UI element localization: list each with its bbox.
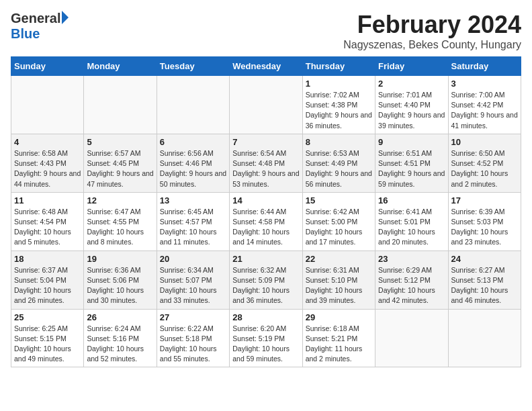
calendar-day-header: Friday: [375, 57, 448, 76]
calendar-day-header: Saturday: [448, 57, 521, 76]
day-number: 7: [232, 137, 299, 147]
calendar-cell: 5Sunrise: 6:57 AM Sunset: 4:45 PM Daylig…: [84, 134, 157, 192]
day-number: 22: [306, 254, 372, 264]
logo-arrow-icon: [62, 11, 69, 24]
day-number: 16: [378, 195, 445, 205]
day-number: 11: [14, 195, 81, 205]
day-number: 9: [378, 137, 445, 147]
day-info: Sunrise: 6:47 AM Sunset: 4:55 PM Dayligh…: [87, 207, 153, 248]
day-number: 19: [87, 254, 153, 264]
day-info: Sunrise: 7:00 AM Sunset: 4:42 PM Dayligh…: [451, 90, 518, 131]
day-number: 20: [160, 254, 226, 264]
calendar-week-row: 18Sunrise: 6:37 AM Sunset: 5:04 PM Dayli…: [11, 250, 521, 309]
day-info: Sunrise: 6:22 AM Sunset: 5:18 PM Dayligh…: [160, 324, 226, 365]
day-info: Sunrise: 6:54 AM Sunset: 4:48 PM Dayligh…: [232, 148, 299, 189]
calendar-week-row: 1Sunrise: 7:02 AM Sunset: 4:38 PM Daylig…: [11, 76, 521, 134]
calendar-cell: 23Sunrise: 6:29 AM Sunset: 5:12 PM Dayli…: [375, 250, 448, 309]
title-block: February 2024 Nagyszenas, Bekes County, …: [343, 11, 521, 51]
day-info: Sunrise: 6:24 AM Sunset: 5:16 PM Dayligh…: [87, 324, 153, 365]
day-info: Sunrise: 6:41 AM Sunset: 5:01 PM Dayligh…: [378, 207, 445, 248]
day-info: Sunrise: 6:25 AM Sunset: 5:15 PM Dayligh…: [14, 324, 81, 365]
page-header: General Blue February 2024 Nagyszenas, B…: [11, 11, 521, 51]
day-number: 3: [451, 79, 518, 89]
day-info: Sunrise: 6:58 AM Sunset: 4:43 PM Dayligh…: [14, 148, 81, 189]
calendar-cell: 16Sunrise: 6:41 AM Sunset: 5:01 PM Dayli…: [375, 192, 448, 250]
calendar-cell: 19Sunrise: 6:36 AM Sunset: 5:06 PM Dayli…: [84, 250, 157, 309]
calendar-cell: 17Sunrise: 6:39 AM Sunset: 5:03 PM Dayli…: [448, 192, 521, 250]
calendar-cell: 6Sunrise: 6:56 AM Sunset: 4:46 PM Daylig…: [157, 134, 229, 192]
day-number: 29: [306, 312, 372, 322]
calendar-cell: [230, 76, 302, 134]
logo: General Blue: [11, 11, 69, 42]
main-title: February 2024: [343, 11, 521, 39]
logo-blue-text: Blue: [11, 26, 40, 42]
day-info: Sunrise: 6:18 AM Sunset: 5:21 PM Dayligh…: [306, 324, 372, 365]
calendar-cell: 24Sunrise: 6:27 AM Sunset: 5:13 PM Dayli…: [448, 250, 521, 309]
calendar-cell: 2Sunrise: 7:01 AM Sunset: 4:40 PM Daylig…: [375, 76, 448, 134]
day-info: Sunrise: 6:45 AM Sunset: 4:57 PM Dayligh…: [160, 207, 226, 248]
day-info: Sunrise: 6:57 AM Sunset: 4:45 PM Dayligh…: [87, 148, 153, 189]
calendar-day-header: Wednesday: [230, 57, 302, 76]
day-number: 25: [14, 312, 81, 322]
day-info: Sunrise: 6:36 AM Sunset: 5:06 PM Dayligh…: [87, 265, 153, 306]
day-number: 1: [306, 79, 372, 89]
day-info: Sunrise: 7:02 AM Sunset: 4:38 PM Dayligh…: [306, 90, 372, 131]
calendar-day-header: Tuesday: [157, 57, 229, 76]
day-info: Sunrise: 6:48 AM Sunset: 4:54 PM Dayligh…: [14, 207, 81, 248]
calendar-cell: 27Sunrise: 6:22 AM Sunset: 5:18 PM Dayli…: [157, 309, 229, 367]
day-info: Sunrise: 6:39 AM Sunset: 5:03 PM Dayligh…: [451, 207, 518, 248]
calendar-cell: [448, 309, 521, 367]
calendar-cell: 8Sunrise: 6:53 AM Sunset: 4:49 PM Daylig…: [302, 134, 375, 192]
day-info: Sunrise: 6:31 AM Sunset: 5:10 PM Dayligh…: [306, 265, 372, 306]
day-info: Sunrise: 6:29 AM Sunset: 5:12 PM Dayligh…: [378, 265, 445, 306]
calendar-cell: 22Sunrise: 6:31 AM Sunset: 5:10 PM Dayli…: [302, 250, 375, 309]
day-info: Sunrise: 6:34 AM Sunset: 5:07 PM Dayligh…: [160, 265, 226, 306]
day-number: 27: [160, 312, 226, 322]
day-number: 21: [232, 254, 299, 264]
calendar-table: SundayMondayTuesdayWednesdayThursdayFrid…: [11, 56, 521, 367]
calendar-cell: 3Sunrise: 7:00 AM Sunset: 4:42 PM Daylig…: [448, 76, 521, 134]
day-number: 8: [306, 137, 372, 147]
day-info: Sunrise: 6:37 AM Sunset: 5:04 PM Dayligh…: [14, 265, 81, 306]
day-number: 24: [451, 254, 518, 264]
calendar-cell: 4Sunrise: 6:58 AM Sunset: 4:43 PM Daylig…: [11, 134, 84, 192]
day-number: 10: [451, 137, 518, 147]
calendar-cell: 1Sunrise: 7:02 AM Sunset: 4:38 PM Daylig…: [302, 76, 375, 134]
day-info: Sunrise: 6:27 AM Sunset: 5:13 PM Dayligh…: [451, 265, 518, 306]
day-number: 6: [160, 137, 226, 147]
day-number: 12: [87, 195, 153, 205]
day-info: Sunrise: 6:44 AM Sunset: 4:58 PM Dayligh…: [232, 207, 299, 248]
day-number: 4: [14, 137, 81, 147]
logo-general-text: General: [11, 11, 60, 26]
day-number: 18: [14, 254, 81, 264]
calendar-cell: 29Sunrise: 6:18 AM Sunset: 5:21 PM Dayli…: [302, 309, 375, 367]
calendar-cell: 13Sunrise: 6:45 AM Sunset: 4:57 PM Dayli…: [157, 192, 229, 250]
calendar-cell: 20Sunrise: 6:34 AM Sunset: 5:07 PM Dayli…: [157, 250, 229, 309]
day-info: Sunrise: 6:20 AM Sunset: 5:19 PM Dayligh…: [232, 324, 299, 365]
calendar-cell: 21Sunrise: 6:32 AM Sunset: 5:09 PM Dayli…: [230, 250, 302, 309]
calendar-week-row: 11Sunrise: 6:48 AM Sunset: 4:54 PM Dayli…: [11, 192, 521, 250]
calendar-week-row: 25Sunrise: 6:25 AM Sunset: 5:15 PM Dayli…: [11, 309, 521, 367]
calendar-cell: 11Sunrise: 6:48 AM Sunset: 4:54 PM Dayli…: [11, 192, 84, 250]
day-number: 15: [306, 195, 372, 205]
calendar-cell: 25Sunrise: 6:25 AM Sunset: 5:15 PM Dayli…: [11, 309, 84, 367]
day-info: Sunrise: 6:53 AM Sunset: 4:49 PM Dayligh…: [306, 148, 372, 189]
calendar-day-header: Monday: [84, 57, 157, 76]
calendar-cell: 10Sunrise: 6:50 AM Sunset: 4:52 PM Dayli…: [448, 134, 521, 192]
calendar-cell: 26Sunrise: 6:24 AM Sunset: 5:16 PM Dayli…: [84, 309, 157, 367]
day-number: 2: [378, 79, 445, 89]
day-info: Sunrise: 6:32 AM Sunset: 5:09 PM Dayligh…: [232, 265, 299, 306]
day-number: 23: [378, 254, 445, 264]
calendar-cell: 14Sunrise: 6:44 AM Sunset: 4:58 PM Dayli…: [230, 192, 302, 250]
calendar-cell: 12Sunrise: 6:47 AM Sunset: 4:55 PM Dayli…: [84, 192, 157, 250]
calendar-week-row: 4Sunrise: 6:58 AM Sunset: 4:43 PM Daylig…: [11, 134, 521, 192]
day-info: Sunrise: 7:01 AM Sunset: 4:40 PM Dayligh…: [378, 90, 445, 131]
calendar-cell: 15Sunrise: 6:42 AM Sunset: 5:00 PM Dayli…: [302, 192, 375, 250]
day-info: Sunrise: 6:51 AM Sunset: 4:51 PM Dayligh…: [378, 148, 445, 189]
calendar-cell: 9Sunrise: 6:51 AM Sunset: 4:51 PM Daylig…: [375, 134, 448, 192]
day-number: 17: [451, 195, 518, 205]
day-info: Sunrise: 6:42 AM Sunset: 5:00 PM Dayligh…: [306, 207, 372, 248]
day-info: Sunrise: 6:50 AM Sunset: 4:52 PM Dayligh…: [451, 148, 518, 189]
calendar-cell: [11, 76, 84, 134]
day-number: 26: [87, 312, 153, 322]
